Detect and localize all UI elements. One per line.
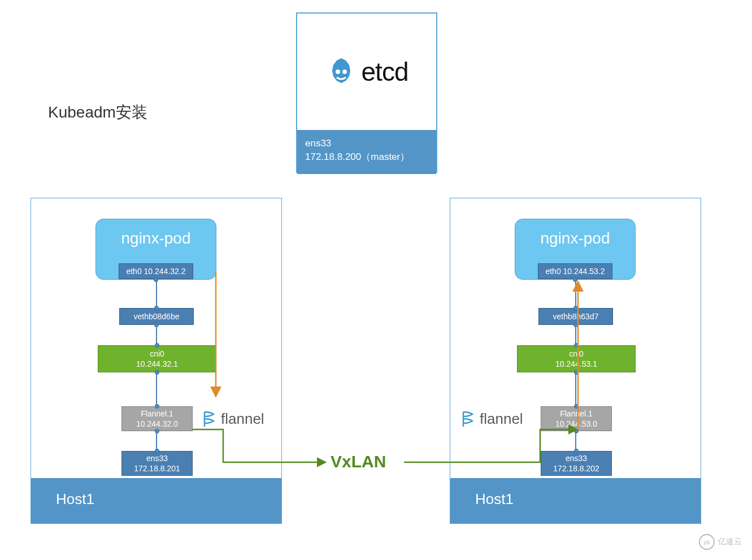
pod-box: nginx-pod eth0 10.244.32.2 <box>95 219 216 280</box>
flannel-icon <box>460 411 475 428</box>
link-line <box>575 279 576 308</box>
host-label: Host1 <box>31 478 281 523</box>
flannel-brand: flannel <box>460 410 523 428</box>
master-footer: ens33 172.18.8.200（master） <box>297 130 436 174</box>
link-line <box>575 372 576 406</box>
ens-name: ens33 <box>146 453 168 463</box>
watermark: ys 亿速云 <box>699 534 742 550</box>
flannel-brand: flannel <box>202 410 264 428</box>
ens-box: ens33 172.18.8.201 <box>121 451 193 476</box>
pod-box: nginx-pod eth0 10.244.53.2 <box>515 219 636 280</box>
page-title: Kubeadm安装 <box>48 102 147 123</box>
host1: nginx-pod eth0 10.244.32.2 vethb08d6be c… <box>31 198 282 524</box>
link-line <box>156 431 157 451</box>
cni-box: cni0 10.244.53.1 <box>517 345 636 372</box>
flannel-box: Flannel.1 10.244.32.0 <box>121 406 193 431</box>
link-line <box>156 325 157 345</box>
cni-ip: 10.244.53.1 <box>555 359 597 369</box>
link-line <box>156 279 157 308</box>
master-node: etcd ens33 172.18.8.200（master） <box>296 12 437 173</box>
link-line <box>575 325 576 345</box>
watermark-icon: ys <box>699 534 715 550</box>
watermark-text: 亿速云 <box>718 537 742 547</box>
ens-name: ens33 <box>566 453 587 463</box>
flannel-brand-text: flannel <box>480 410 523 428</box>
flannel-box: Flannel.1 10.244.53.0 <box>541 406 612 431</box>
link-line <box>156 372 157 406</box>
svg-point-1 <box>342 70 347 74</box>
cni-box: cni0 10.244.32.1 <box>98 345 216 372</box>
etcd-text: etcd <box>362 57 408 87</box>
ens-box: ens33 172.18.8.202 <box>541 451 612 476</box>
flannel-name: Flannel.1 <box>560 409 593 419</box>
cni-ip: 10.244.32.1 <box>136 359 178 369</box>
flannel-ip: 10.244.53.0 <box>555 419 597 429</box>
flannel-icon <box>202 411 216 428</box>
svg-point-0 <box>336 70 340 74</box>
vxlan-label: VxLAN <box>331 452 386 471</box>
link-line <box>575 431 576 451</box>
cni-name: cni0 <box>150 349 164 359</box>
master-iface: ens33 <box>305 137 428 150</box>
flannel-name: Flannel.1 <box>141 409 173 419</box>
veth-label: vethb08d6be <box>134 311 180 322</box>
host2: nginx-pod eth0 10.244.53.2 vethb8h63d7 c… <box>450 198 701 524</box>
pod-name: nginx-pod <box>96 219 216 248</box>
veth-box: vethb8h63d7 <box>538 308 613 325</box>
etcd-icon <box>325 56 357 88</box>
veth-box: vethb08d6be <box>119 308 194 325</box>
ens-ip: 172.18.8.201 <box>134 463 180 474</box>
ens-ip: 172.18.8.202 <box>553 463 599 474</box>
host-label: Host1 <box>450 478 701 523</box>
master-ip: 172.18.8.200（master） <box>305 150 428 164</box>
pod-eth0: eth0 10.244.53.2 <box>538 263 612 279</box>
etcd-logo: etcd <box>297 14 436 130</box>
pod-name: nginx-pod <box>515 219 635 248</box>
cni-name: cni0 <box>569 349 584 359</box>
flannel-ip: 10.244.32.0 <box>136 419 178 429</box>
flannel-brand-text: flannel <box>221 410 264 428</box>
pod-eth0: eth0 10.244.32.2 <box>119 263 193 279</box>
veth-label: vethb8h63d7 <box>553 311 599 322</box>
